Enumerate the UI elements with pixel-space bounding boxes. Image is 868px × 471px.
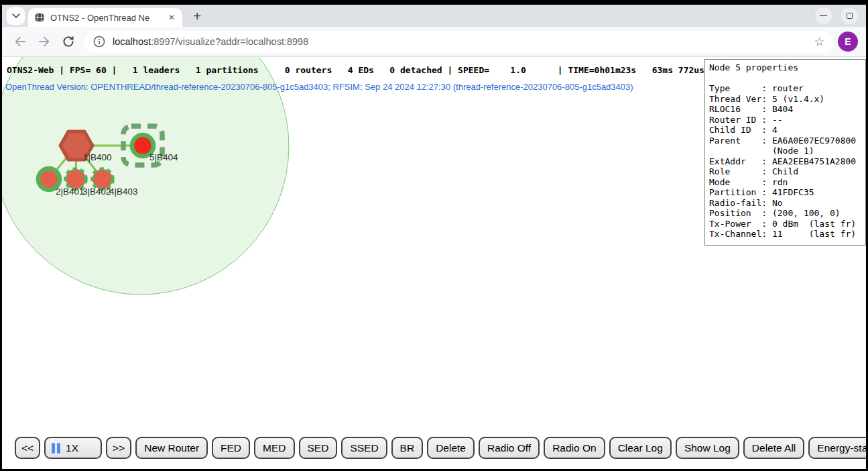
clear-log-button[interactable]: Clear Log	[609, 437, 672, 459]
address-bar[interactable]: localhost:8997/visualize?addr=localhost:…	[84, 31, 834, 53]
node-1-label: 1|B400	[83, 152, 112, 162]
energy-stats-button[interactable]: Energy-stats ↗	[808, 437, 866, 459]
otns-visualization-page: 1|B400 5|B404 2|B401 3|B402 4|B403 OTNS2…	[2, 57, 866, 469]
node-properties-title: Node 5 properties	[709, 62, 861, 73]
globe-favicon-icon	[34, 12, 45, 23]
maximize-icon	[847, 13, 853, 19]
profile-avatar[interactable]: E	[838, 32, 858, 52]
site-info-icon[interactable]	[93, 36, 105, 48]
url-host: localhost	[113, 36, 151, 47]
bookmark-star-icon[interactable]: ☆	[814, 35, 824, 49]
node-2-label: 2|B401	[56, 187, 84, 197]
chevron-down-icon	[12, 13, 20, 18]
minimize-icon	[820, 15, 827, 16]
br-button[interactable]: BR	[391, 437, 424, 459]
simulation-status-line: OTNS2-Web | FPS= 60 | 1 leaders 1 partit…	[7, 65, 704, 75]
pause-icon	[52, 443, 60, 454]
sed-button[interactable]: SED	[299, 437, 338, 459]
tab-search-button[interactable]	[7, 7, 25, 25]
reload-icon	[62, 35, 75, 48]
node-3-label: 3|B402	[82, 187, 111, 197]
new-tab-button[interactable]: +	[190, 9, 204, 23]
node-properties-panel: Node 5 properties Type : router Thread V…	[704, 59, 866, 246]
speed-up-button[interactable]: >>	[106, 437, 131, 459]
node-4-label: 4|B403	[109, 187, 138, 197]
node-5-label: 5|B404	[149, 152, 178, 162]
window-controls	[815, 7, 858, 24]
radio-off-button[interactable]: Radio Off	[479, 437, 540, 459]
browser-window: OTNS2 - OpenThread Ne ✕ +	[0, 0, 868, 471]
minimize-button[interactable]	[815, 7, 832, 24]
speed-down-button[interactable]: <<	[15, 437, 40, 459]
speed-pause-button[interactable]: 1X	[44, 437, 102, 459]
show-log-button[interactable]: Show Log	[676, 437, 739, 459]
url-path: :8997/visualize?addr=localhost:8998	[151, 36, 308, 47]
forward-button[interactable]	[34, 32, 54, 52]
tab-close-icon[interactable]: ✕	[167, 13, 176, 22]
delete-button[interactable]: Delete	[427, 437, 475, 459]
radio-on-button[interactable]: Radio On	[544, 437, 605, 459]
back-button[interactable]	[10, 32, 30, 52]
speed-label: 1X	[66, 442, 78, 454]
reload-button[interactable]	[58, 32, 78, 52]
url-text[interactable]: localhost:8997/visualize?addr=localhost:…	[113, 36, 807, 47]
browser-toolbar: localhost:8997/visualize?addr=localhost:…	[2, 27, 866, 57]
tab-title: OTNS2 - OpenThread Ne	[50, 13, 162, 23]
med-button[interactable]: MED	[254, 437, 294, 459]
ssed-button[interactable]: SSED	[341, 437, 387, 459]
node-properties-body: Type : router Thread Ver: 5 (v1.4.x) RLO…	[709, 83, 861, 240]
tab-strip: OTNS2 - OpenThread Ne ✕ +	[2, 5, 866, 27]
forward-arrow-icon	[37, 34, 52, 49]
openthread-version-line: OpenThread Version: OPENTHREAD/thread-re…	[5, 82, 633, 92]
maximize-button[interactable]	[841, 7, 858, 24]
new-router-button[interactable]: New Router	[135, 437, 208, 459]
back-arrow-icon	[13, 34, 27, 49]
delete-all-button[interactable]: Delete All	[743, 437, 804, 459]
browser-tab[interactable]: OTNS2 - OpenThread Ne ✕	[28, 8, 182, 27]
fed-button[interactable]: FED	[212, 437, 250, 459]
action-bar: << 1X >> New Router FED MED SED SSED BR …	[15, 437, 866, 459]
